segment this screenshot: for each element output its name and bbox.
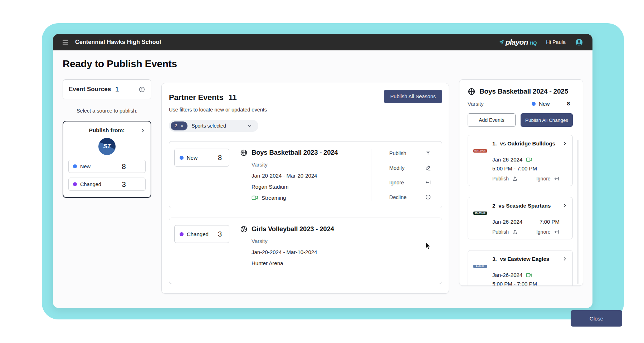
ignore-label: Ignore: [536, 176, 551, 182]
user-greeting: Hi Paula: [546, 39, 566, 45]
changed-stat-value: 3: [122, 180, 126, 189]
ignore-action[interactable]: Ignore: [389, 179, 431, 185]
paper-plane-icon: [498, 39, 505, 45]
filter-count: 2: [175, 123, 177, 128]
upload-icon: [512, 229, 518, 235]
modal-frame: Centennial Hawks High School playon HQ H…: [42, 23, 624, 319]
event-sources-label: Event Sources: [69, 86, 111, 93]
publish-from-card[interactable]: Publish from: ST New 8: [63, 121, 151, 198]
ignore-game-action[interactable]: Ignore: [536, 176, 560, 182]
season-level: Varsity: [252, 238, 435, 244]
season-detail-panel: Boys Basketball 2024 - 2025 Varsity New …: [459, 79, 583, 286]
scrollbar[interactable]: [577, 140, 579, 284]
season-title: Girls Volleyball 2023 - 2024: [252, 225, 334, 233]
pencil-icon: [425, 165, 431, 171]
user-avatar-icon[interactable]: [575, 38, 583, 46]
page-title: Ready to Publish Events: [63, 58, 583, 70]
chevron-right-icon[interactable]: [140, 128, 146, 133]
source-stat-new: New 8: [68, 160, 146, 173]
game-number: 2: [492, 203, 495, 209]
season-detail-meta: Varsity New 8: [468, 100, 573, 107]
clear-filter-icon[interactable]: ✕: [180, 124, 184, 128]
modify-action[interactable]: Modify: [389, 165, 431, 171]
new-count: 8: [567, 100, 570, 107]
video-camera-icon: [252, 195, 258, 201]
info-icon[interactable]: [138, 86, 145, 93]
status-label: New: [187, 155, 197, 161]
app-window: Centennial Hawks High School playon HQ H…: [53, 34, 592, 308]
volleyball-icon: [240, 225, 248, 233]
new-status-dot: [532, 102, 536, 106]
season-card-body: Boys Basketball 2023 - 2024 Varsity Jan-…: [240, 149, 368, 201]
filter-count-pill: 2 ✕: [171, 121, 187, 130]
season-detail-title: Boys Basketball 2024 - 2025: [479, 88, 568, 95]
changed-status-dot: [73, 182, 77, 186]
playon-logo: playon HQ: [498, 38, 537, 46]
filter-label: Sports selected: [191, 123, 226, 129]
chevron-right-icon[interactable]: [562, 141, 567, 146]
decline-label: Decline: [389, 194, 406, 200]
ignore-game-action[interactable]: Ignore: [536, 229, 560, 235]
app-header-right: playon HQ Hi Paula: [498, 38, 583, 46]
upload-icon: [512, 176, 518, 182]
source-stat-changed: Changed 3: [68, 178, 146, 191]
source-logo: ST: [98, 138, 116, 155]
season-card-girls-volleyball: Changed 3 Girls Volleyball 2023 - 2024: [169, 218, 442, 284]
brand-suffix: HQ: [530, 40, 537, 46]
season-venue: Rogan Stadium: [252, 184, 368, 190]
new-stat-label: New: [80, 164, 91, 169]
partner-events-title: Partner Events: [169, 93, 224, 102]
chevron-right-icon[interactable]: [562, 203, 567, 208]
publish-from-header: Publish from:: [68, 127, 146, 134]
publish-all-seasons-button[interactable]: Publish All Seasons: [384, 90, 442, 103]
new-status-dot: [73, 164, 77, 168]
new-stat-value: 8: [122, 162, 126, 171]
season-venue: Hunter Arena: [252, 260, 435, 266]
season-card-boys-basketball: New 8 Boys Basketball 2023 - 2024: [169, 141, 442, 208]
season-actions: Publish Modify Ignore: [371, 149, 442, 201]
status-box: Changed 3: [174, 225, 229, 243]
season-title: Boys Basketball 2023 - 2024: [252, 149, 338, 156]
spartans-team-logo: SPARTANS: [473, 202, 487, 216]
status-value: 3: [218, 230, 222, 238]
game-card-eastview[interactable]: EAGLES 3. vs Eastview Eagles: [468, 250, 573, 286]
select-source-hint: Select a source to publish:: [63, 108, 151, 114]
circle-minus-icon: [425, 194, 431, 200]
add-events-button[interactable]: Add Events: [468, 113, 516, 127]
sports-filter-dropdown[interactable]: 2 ✕ Sports selected: [169, 120, 258, 132]
game-opponent: vs Seaside Spartans: [498, 203, 551, 209]
chevron-right-icon[interactable]: [562, 256, 567, 262]
desktop-background: Centennial Hawks High School playon HQ H…: [0, 0, 644, 343]
publish-label: Publish: [389, 150, 406, 156]
game-card-oakridge[interactable]: BULLDOGS 1. vs Oakridge Bulldogs: [468, 135, 573, 186]
brand-word: playon: [506, 38, 528, 46]
publish-all-changes-button[interactable]: Publish All Changes: [521, 113, 573, 127]
changed-stat-label: Changed: [80, 182, 101, 187]
decline-action[interactable]: Decline: [389, 194, 431, 200]
app-header: Centennial Hawks High School playon HQ H…: [53, 34, 592, 50]
chevron-down-icon[interactable]: [247, 123, 253, 129]
ignore-label: Ignore: [536, 229, 551, 235]
streaming-row: Streaming: [252, 195, 368, 201]
skip-to-start-icon: [554, 176, 560, 182]
ignore-label: Ignore: [389, 180, 404, 185]
partner-events-count: 11: [229, 93, 237, 102]
bulldogs-logo-text: BULLDOGS: [473, 149, 487, 153]
game-time: 5:00 PM - 7:00 PM: [492, 165, 567, 172]
basketball-icon: [240, 149, 248, 156]
partner-events-subtitle: Use filters to locate new or updated eve…: [169, 107, 442, 113]
season-dates: Jan-20-2024 - Mar-10-2024: [252, 249, 435, 255]
publish-game-action[interactable]: Publish: [492, 229, 518, 235]
game-time: 5:00 PM - 7:00 PM: [492, 281, 567, 286]
status-label: Changed: [187, 231, 209, 237]
event-sources-column: Event Sources 1 Select a source to publi…: [63, 79, 151, 198]
publish-action[interactable]: Publish: [389, 150, 431, 156]
game-opponent: vs Oakridge Bulldogs: [500, 140, 555, 146]
game-opponent: vs Eastview Eagles: [500, 256, 550, 262]
season-level: Varsity: [252, 161, 368, 168]
page-content: Ready to Publish Events Event Sources 1 …: [53, 58, 592, 294]
publish-game-action[interactable]: Publish: [492, 176, 518, 182]
close-button[interactable]: Close: [571, 310, 622, 327]
game-card-seaside[interactable]: SPARTANS 2 vs Seaside Spartans: [468, 197, 573, 239]
menu-icon[interactable]: [62, 39, 69, 45]
